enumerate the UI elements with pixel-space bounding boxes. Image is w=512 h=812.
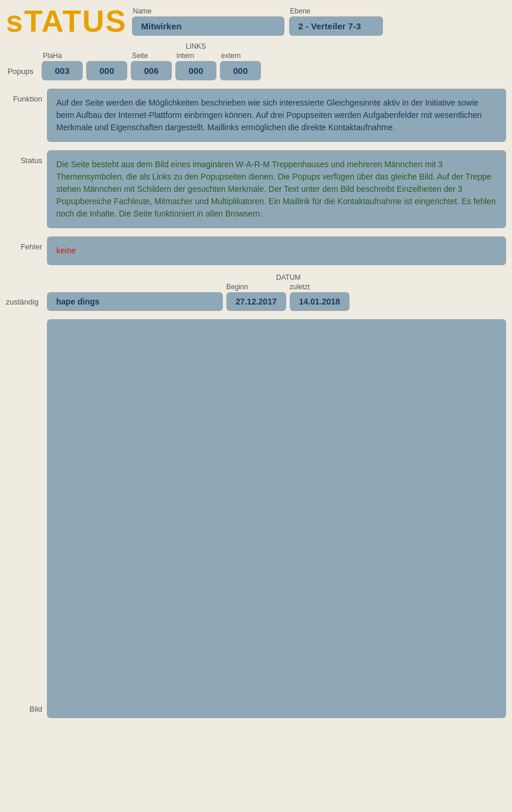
funktion-box[interactable]: Auf der Seite werden die Möglichkeiten b… — [47, 89, 506, 142]
bild-label: Bild — [6, 705, 47, 718]
seite-sublabel: Seite — [131, 52, 148, 60]
intern-sublabel: intern — [175, 52, 194, 60]
zust-label: zuständig — [6, 297, 43, 311]
link-item-intern: intern 000 — [175, 52, 216, 80]
popup-box-000a[interactable]: 000 — [86, 61, 127, 80]
plaha-sublabel: PlaHa — [42, 52, 62, 60]
page-wrapper: sTATUS Name Mitwirken Ebene 2 - Verteile… — [6, 6, 506, 718]
datum-group: DATUM Beginn 27.12.2017 zuletzt 14.01.20… — [226, 273, 350, 311]
popup-sublabel-2 — [86, 52, 89, 60]
beginn-item: Beginn 27.12.2017 — [226, 283, 286, 311]
popup-box-003[interactable]: 003 — [42, 61, 83, 80]
status-row: Status Die Seite besteht aus dem Bild ei… — [6, 150, 506, 228]
popups-label: Popups — [6, 67, 38, 80]
zust-name-box[interactable]: hape dings — [47, 292, 223, 311]
status-label: Status — [6, 150, 47, 165]
app-title: sTATUS — [6, 6, 127, 36]
zuletzt-box[interactable]: 14.01.2018 — [290, 292, 350, 311]
link-box-000b[interactable]: 000 — [175, 61, 216, 80]
beginn-box[interactable]: 27.12.2017 — [226, 292, 286, 311]
link-box-006[interactable]: 006 — [131, 61, 172, 80]
zuletzt-item: zuletzt 14.01.2018 — [290, 283, 350, 311]
status-box[interactable]: Die Seite besteht aus dem Bild eines ima… — [47, 150, 506, 228]
ebene-field[interactable]: 2 - Verteiler 7-3 — [289, 16, 383, 36]
zuletzt-sublabel: zuletzt — [290, 283, 310, 291]
popup-item-2: 000 — [86, 52, 127, 80]
datum-items: Beginn 27.12.2017 zuletzt 14.01.2018 — [226, 283, 350, 311]
link-item-seite: Seite 006 — [131, 52, 172, 80]
popups-row: Popups PlaHa 003 000 LINKS Seite 006 — [6, 42, 506, 80]
datum-top-label: DATUM — [226, 273, 350, 282]
beginn-sublabel: Beginn — [226, 283, 248, 291]
funktion-text: Auf der Seite werden die Möglichkeiten b… — [56, 98, 482, 132]
fehler-row: Fehler keine — [6, 236, 506, 265]
links-top-label: LINKS — [131, 42, 261, 50]
fehler-box[interactable]: keine — [47, 236, 506, 265]
fehler-text: keine — [56, 246, 76, 255]
ebene-label: Ebene — [289, 7, 311, 15]
links-group: LINKS Seite 006 intern 000 extern 000 — [131, 42, 261, 80]
link-item-extern: extern 000 — [220, 52, 261, 80]
links-items: Seite 006 intern 000 extern 000 — [131, 52, 261, 80]
popup-item-plaha: PlaHa 003 — [42, 52, 83, 80]
name-field[interactable]: Mitwirken — [132, 16, 284, 36]
bild-row: Bild — [6, 319, 506, 718]
status-text: Die Seite besteht aus dem Bild eines ima… — [56, 160, 496, 218]
bild-box[interactable] — [47, 319, 506, 718]
zust-row: zuständig hape dings DATUM Beginn 27.12.… — [6, 273, 506, 311]
ebene-group: Ebene 2 - Verteiler 7-3 — [289, 7, 383, 36]
name-group: Name Mitwirken — [132, 7, 284, 36]
link-box-000c[interactable]: 000 — [220, 61, 261, 80]
funktion-row: Funktion Auf der Seite werden die Möglic… — [6, 89, 506, 142]
header-row: sTATUS Name Mitwirken Ebene 2 - Verteile… — [6, 6, 506, 36]
popups-group: PlaHa 003 000 LINKS Seite 006 intern 000 — [42, 42, 506, 80]
extern-sublabel: extern — [220, 52, 240, 60]
funktion-label: Funktion — [6, 89, 47, 103]
fehler-label: Fehler — [6, 236, 47, 251]
name-label: Name — [132, 7, 152, 15]
